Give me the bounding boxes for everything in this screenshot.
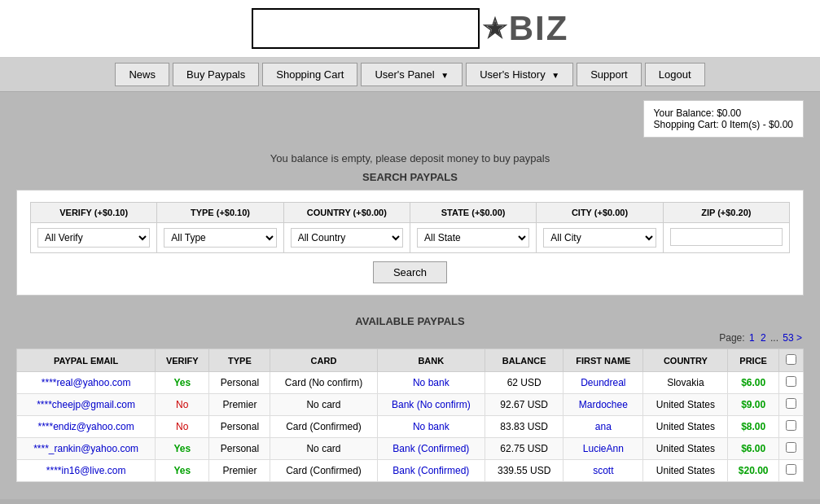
users-panel-arrow-icon: ▼ [441, 71, 449, 80]
verify-value: No [176, 399, 188, 410]
logo: BIZ [483, 9, 569, 48]
page-2-link[interactable]: 2 [761, 332, 766, 344]
search-button[interactable]: Search [373, 261, 447, 283]
row-checkbox[interactable] [786, 398, 796, 409]
cell-price: $6.00 [728, 372, 779, 394]
balance-value: 92.67 USD [500, 399, 548, 410]
users-history-arrow-icon: ▼ [551, 71, 559, 80]
cell-verify: No [156, 394, 209, 416]
nav-support[interactable]: Support [577, 63, 642, 86]
logo-search-input[interactable] [252, 8, 480, 49]
city-header: CITY (+$0.00) [537, 203, 662, 223]
type-select[interactable]: All Type Personal Premier [164, 228, 276, 248]
cell-checkbox [779, 438, 804, 460]
search-grid: VERIFY (+$0.10) All Verify Yes No TYPE (… [30, 202, 790, 253]
nav-users-history[interactable]: User's History ▼ [466, 63, 573, 86]
nav-shopping-cart[interactable]: Shopping Cart [262, 63, 357, 86]
type-header: TYPE (+$0.10) [157, 203, 283, 223]
country-select[interactable]: All Country United States Slovakia [291, 228, 403, 248]
search-col-zip: ZIP (+$0.20) [664, 203, 789, 252]
balance-value: 62 USD [507, 377, 542, 388]
zip-header: ZIP (+$0.20) [664, 203, 789, 223]
col-email: PAYPAL EMAIL [17, 349, 156, 372]
email-link[interactable]: ****endiz@yahoo.com [37, 421, 134, 432]
row-checkbox[interactable] [786, 464, 796, 475]
page-53-link[interactable]: 53 > [783, 332, 802, 344]
nav-news[interactable]: News [115, 63, 169, 86]
page-range: 2 ... 53 > [759, 332, 804, 344]
col-country: COUNTRY [643, 349, 728, 372]
nav-users-panel[interactable]: User's Panel ▼ [361, 63, 463, 86]
email-link[interactable]: ****in16@live.com [46, 465, 126, 476]
cell-bank: Bank (Confirmed) [377, 460, 485, 482]
your-balance-label: Your Balance: $0.00 [654, 107, 793, 119]
cell-firstname: scott [563, 460, 643, 482]
select-all-checkbox[interactable] [786, 354, 796, 365]
page-current[interactable]: 1 [749, 332, 755, 344]
col-type: TYPE [209, 349, 270, 372]
state-body: All State [410, 223, 536, 252]
logo-text: BIZ [509, 9, 569, 48]
firstname-value: Mardochee [579, 399, 628, 410]
state-select[interactable]: All State [417, 228, 529, 248]
email-link[interactable]: ****cheejp@gmail.com [37, 399, 135, 410]
col-verify: VERIFY [156, 349, 209, 372]
cell-country: United States [643, 416, 728, 438]
cell-balance: 339.55 USD [485, 460, 563, 482]
cell-checkbox [779, 372, 804, 394]
row-checkbox[interactable] [786, 376, 796, 387]
cell-card: No card [270, 438, 377, 460]
cell-bank: Bank (No confirm) [377, 394, 485, 416]
header: BIZ [0, 0, 820, 58]
shopping-cart-label: Shopping Cart: 0 Item(s) - $0.00 [654, 119, 793, 130]
navigation: News Buy Paypals Shopping Cart User's Pa… [0, 58, 820, 92]
bank-value: No bank [413, 377, 449, 388]
cell-email: ****endiz@yahoo.com [17, 416, 156, 438]
row-checkbox[interactable] [786, 442, 796, 453]
cell-verify: Yes [156, 460, 209, 482]
price-value: $20.00 [739, 465, 769, 476]
cell-checkbox [779, 416, 804, 438]
table-row: ****cheejp@gmail.com No Premier No card … [17, 394, 804, 416]
zip-input[interactable] [670, 228, 783, 246]
cell-email: ****_rankin@yahoo.com [17, 438, 156, 460]
verify-header: VERIFY (+$0.10) [31, 203, 156, 223]
cell-balance: 62.75 USD [485, 438, 563, 460]
balance-value: 83.83 USD [500, 421, 548, 432]
verify-body: All Verify Yes No [31, 223, 156, 252]
search-col-type: TYPE (+$0.10) All Type Personal Premier [157, 203, 283, 252]
row-checkbox[interactable] [786, 420, 796, 431]
search-col-city: CITY (+$0.00) All City [537, 203, 663, 252]
bank-value: No bank [413, 421, 449, 432]
country-header: COUNTRY (+$0.00) [284, 203, 410, 223]
state-header: STATE (+$0.00) [410, 203, 536, 223]
bank-value: Bank (Confirmed) [392, 465, 469, 476]
cell-card: Card (Confirmed) [270, 460, 377, 482]
email-link[interactable]: ****_rankin@yahoo.com [33, 443, 138, 454]
city-body: All City [537, 223, 662, 252]
cell-balance: 92.67 USD [485, 394, 563, 416]
cell-price: $20.00 [728, 460, 779, 482]
email-link[interactable]: ****real@yahoo.com [42, 377, 131, 388]
cell-balance: 83.83 USD [485, 416, 563, 438]
price-value: $6.00 [741, 377, 765, 388]
cell-type: Premier [209, 394, 270, 416]
cell-type: Personal [209, 372, 270, 394]
search-button-row: Search [30, 261, 790, 283]
nav-buy-paypals[interactable]: Buy Paypals [173, 63, 259, 86]
main-content: Your Balance: $0.00 Shopping Cart: 0 Ite… [0, 92, 820, 499]
cell-email: ****real@yahoo.com [17, 372, 156, 394]
page-navigation: Page: 1 2 ... 53 > [16, 331, 804, 348]
price-value: $6.00 [741, 443, 765, 454]
nav-logout[interactable]: Logout [645, 63, 705, 86]
price-value: $9.00 [741, 399, 765, 410]
table-row: ****endiz@yahoo.com No Personal Card (Co… [17, 416, 804, 438]
cell-type: Personal [209, 416, 270, 438]
cell-email: ****cheejp@gmail.com [17, 394, 156, 416]
verify-value: Yes [173, 443, 191, 454]
cell-balance: 62 USD [485, 372, 563, 394]
city-select[interactable]: All City [543, 228, 656, 248]
verify-select[interactable]: All Verify Yes No [37, 228, 150, 248]
page-label: Page: [719, 332, 744, 344]
col-price: PRICE [728, 349, 779, 372]
